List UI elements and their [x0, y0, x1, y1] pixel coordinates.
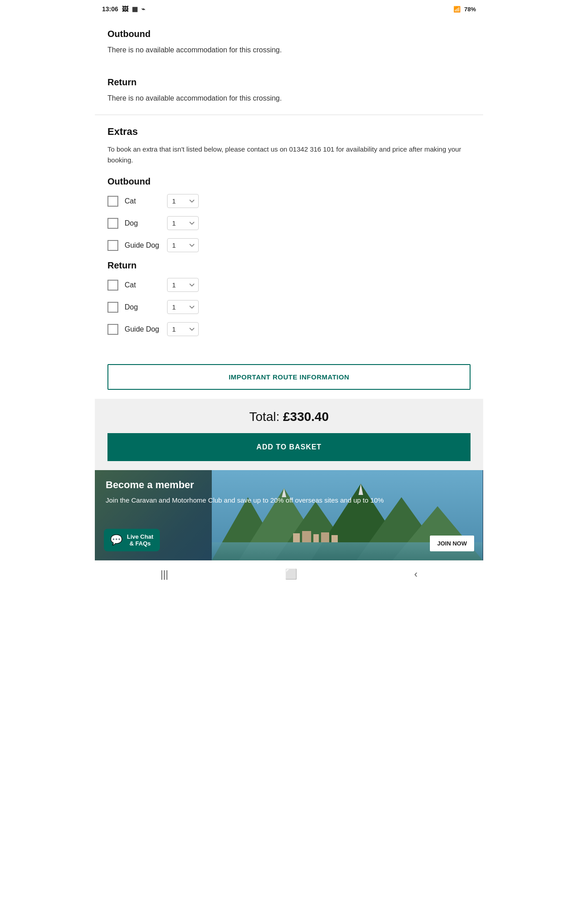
banner-section: Become a member Join the Caravan and Mot…	[95, 470, 483, 560]
status-left: 13:06 🖼 ▦ ⌁	[102, 5, 145, 13]
return-cat-checkbox[interactable]	[107, 280, 118, 291]
screen-icon: ▦	[132, 5, 138, 13]
home-nav-icon[interactable]: ⬜	[285, 568, 297, 580]
recent-nav-icon[interactable]: ‹	[414, 568, 417, 580]
live-chat-button[interactable]: 💬 Live Chat & FAQs	[104, 529, 160, 551]
outbound-cat-select[interactable]: 12345	[167, 194, 199, 208]
outbound-guide-dog-item: Guide Dog 12345	[107, 238, 471, 252]
outbound-dog-checkbox[interactable]	[107, 218, 118, 229]
return-guide-dog-label: Guide Dog	[125, 325, 161, 333]
return-title: Return	[107, 77, 471, 88]
nav-bar: ||| ⬜ ‹	[95, 560, 483, 587]
outbound-cat-label: Cat	[125, 197, 161, 205]
return-section: Return There is no available accommodati…	[95, 66, 483, 115]
live-chat-icon: 💬	[110, 534, 122, 546]
back-nav-icon[interactable]: |||	[160, 568, 168, 580]
outbound-guide-dog-checkbox[interactable]	[107, 240, 118, 251]
banner-text: Join the Caravan and Motorhome Club and …	[106, 495, 384, 506]
wifi-icon: 📶	[453, 6, 461, 13]
extras-description: To book an extra that isn't listed below…	[107, 144, 471, 166]
outbound-cat-item: Cat 12345	[107, 194, 471, 208]
outbound-dog-item: Dog 12345	[107, 216, 471, 230]
status-time: 13:06	[102, 5, 118, 13]
return-dog-item: Dog 12345	[107, 300, 471, 314]
outbound-cat-checkbox[interactable]	[107, 196, 118, 207]
return-cat-select[interactable]: 12345	[167, 278, 199, 292]
return-dog-checkbox[interactable]	[107, 302, 118, 313]
extras-title: Extras	[107, 126, 471, 138]
outbound-title: Outbound	[107, 29, 471, 39]
join-now-button[interactable]: JOIN NOW	[430, 536, 474, 551]
return-extras-title: Return	[107, 260, 471, 271]
svg-rect-12	[313, 534, 319, 542]
banner-content: Become a member Join the Caravan and Mot…	[106, 479, 384, 506]
outbound-guide-dog-label: Guide Dog	[125, 241, 161, 249]
outbound-dog-label: Dog	[125, 219, 161, 227]
return-message: There is no available accommodation for …	[107, 93, 471, 104]
total-section: Total: £330.40 ADD TO BASKET	[95, 399, 483, 470]
outbound-extras-title: Outbound	[107, 176, 471, 187]
status-bar: 13:06 🖼 ▦ ⌁ 📶 78%	[95, 0, 483, 18]
return-guide-dog-checkbox[interactable]	[107, 324, 118, 335]
svg-rect-14	[331, 535, 338, 542]
return-dog-select[interactable]: 12345	[167, 300, 199, 314]
return-dog-label: Dog	[125, 303, 161, 311]
add-to-basket-button[interactable]: ADD TO BASKET	[107, 433, 471, 461]
return-guide-dog-select[interactable]: 12345	[167, 322, 199, 336]
battery-level: 78%	[464, 6, 476, 13]
extras-section: Extras To book an extra that isn't liste…	[95, 115, 483, 355]
outbound-message: There is no available accommodation for …	[107, 45, 471, 55]
outbound-section: Outbound There is no available accommoda…	[95, 18, 483, 66]
total-amount: £330.40	[283, 410, 329, 424]
svg-rect-13	[321, 532, 329, 542]
banner-title: Become a member	[106, 479, 384, 491]
live-chat-label: Live Chat & FAQs	[127, 533, 154, 547]
svg-rect-10	[293, 533, 300, 542]
status-right: 📶 78%	[453, 6, 476, 13]
signal-icon: ⌁	[141, 5, 145, 13]
total-label: Total:	[249, 410, 280, 424]
outbound-guide-dog-select[interactable]: 12345	[167, 238, 199, 252]
return-guide-dog-item: Guide Dog 12345	[107, 322, 471, 336]
outbound-dog-select[interactable]: 12345	[167, 216, 199, 230]
return-cat-label: Cat	[125, 281, 161, 289]
image-icon: 🖼	[122, 5, 128, 13]
total-display: Total: £330.40	[107, 410, 471, 424]
return-cat-item: Cat 12345	[107, 278, 471, 292]
route-info-button[interactable]: IMPORTANT ROUTE INFORMATION	[107, 364, 471, 390]
main-content: Outbound There is no available accommoda…	[95, 18, 483, 587]
svg-rect-11	[302, 531, 311, 542]
